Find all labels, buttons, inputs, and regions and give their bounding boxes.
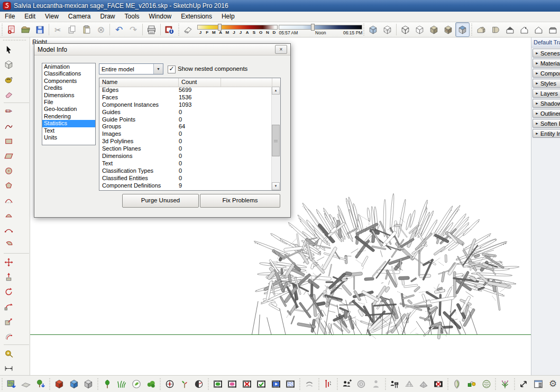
scale-button[interactable]	[2, 314, 16, 329]
scope-dropdown[interactable]: Entire model ▼	[99, 63, 163, 74]
grass-button[interactable]	[115, 376, 130, 391]
tray-panel-scenes[interactable]: ►Scenes	[533, 49, 560, 58]
toolbar-drag-handle[interactable]	[159, 378, 161, 390]
tray-panel-layers[interactable]: ►Layers	[533, 89, 560, 98]
scrollbar-thumb[interactable]	[272, 125, 280, 156]
view-iso-button[interactable]	[474, 22, 488, 37]
dialog-title-bar[interactable]: Model Info ×	[34, 44, 290, 55]
make-component-button[interactable]	[2, 57, 16, 72]
tree-button[interactable]	[100, 376, 115, 391]
tray-panel-soften-edges[interactable]: ►Soften Edges	[533, 119, 560, 128]
table-scrollbar[interactable]: ▲ ▼	[271, 87, 280, 190]
menu-draw[interactable]: Draw	[96, 12, 120, 22]
leaf-shield-button[interactable]	[450, 376, 465, 391]
category-animation[interactable]: Animation	[42, 63, 95, 70]
fix-problems-button[interactable]: Fix Problems	[200, 194, 280, 208]
follow-me-button[interactable]	[2, 299, 16, 314]
toolbar-drag-handle[interactable]	[384, 378, 387, 390]
scroll-up-icon[interactable]: ▲	[272, 87, 280, 95]
category-file[interactable]: File	[42, 99, 95, 106]
sprout-button[interactable]	[177, 376, 192, 391]
close-icon[interactable]: ×	[275, 45, 287, 54]
category-geo-location[interactable]: Geo-location	[42, 106, 95, 113]
statistics-table[interactable]: NameCount Edges5699Faces1536Component In…	[99, 78, 281, 191]
category-units[interactable]: Units	[42, 134, 95, 141]
three-point-arc-button[interactable]	[2, 222, 16, 237]
measure-marks-button[interactable]	[320, 376, 335, 391]
paste-button[interactable]	[79, 22, 94, 37]
toolbar-drag-handle[interactable]	[299, 378, 301, 390]
rectangle-button[interactable]	[2, 134, 16, 148]
import-plant-button[interactable]	[33, 376, 48, 391]
line-button[interactable]: ✏	[2, 104, 16, 119]
category-statistics[interactable]: Statistics	[42, 120, 95, 127]
toggle-shadows-button[interactable]	[181, 22, 195, 37]
proxy-remove-button[interactable]	[240, 376, 254, 391]
shadow-time-slider[interactable]: 05:57 AMNoon06:15 PM	[279, 23, 360, 36]
table-row[interactable]: Classification Types0	[99, 167, 272, 175]
menu-help[interactable]: Help	[217, 12, 240, 22]
model-info-button[interactable]	[162, 22, 177, 37]
view-front-button[interactable]	[503, 22, 517, 37]
shrub-button[interactable]	[144, 376, 159, 391]
tape-measure-button[interactable]	[2, 346, 16, 361]
table-row[interactable]: Component Instances1093	[99, 101, 272, 109]
toolbar-drag-handle[interactable]	[178, 24, 180, 35]
view-left-button[interactable]	[531, 22, 546, 37]
move-button[interactable]	[2, 255, 16, 269]
settings-button[interactable]: ⚙	[546, 376, 560, 391]
shadow-month-slider[interactable]: JFMAMJJASOND	[197, 23, 275, 36]
cut-button[interactable]: ✂	[51, 22, 65, 37]
view-back-button[interactable]	[546, 22, 560, 37]
scroll-down-icon[interactable]: ▼	[272, 182, 280, 190]
model-info-category-list[interactable]: AnimationClassificationsComponentsCredit…	[42, 63, 96, 145]
rotate-button[interactable]	[2, 284, 16, 299]
compass-button[interactable]	[162, 376, 177, 391]
monochrome-button[interactable]	[455, 22, 470, 37]
category-rendering[interactable]: Rendering	[42, 113, 95, 120]
open-button[interactable]	[19, 22, 33, 37]
push-pull-button[interactable]	[2, 269, 16, 284]
person-button[interactable]	[369, 376, 383, 391]
tray-panel-outliner[interactable]: ►Outliner	[533, 109, 560, 118]
back-edges-button[interactable]	[380, 22, 394, 37]
angle-disc-button[interactable]	[191, 376, 206, 391]
polygon-button[interactable]	[2, 178, 16, 193]
menu-camera[interactable]: Camera	[63, 12, 96, 22]
component-red-button[interactable]	[52, 376, 67, 391]
menu-view[interactable]: View	[40, 12, 63, 22]
toolbar-drag-handle[interactable]	[49, 378, 51, 390]
component-blue-button[interactable]	[67, 376, 81, 391]
table-row[interactable]: Groups64	[99, 123, 272, 130]
undo-button[interactable]: ↶	[112, 22, 126, 37]
toolbar-drag-handle[interactable]	[336, 378, 338, 390]
table-row[interactable]: Section Planes0	[99, 145, 272, 153]
column-header-name[interactable]: Name	[99, 78, 179, 87]
new-button[interactable]	[4, 22, 19, 37]
title-bar[interactable]: Salvia Leucantha-mexican sage_FACE ME_v2…	[0, 0, 560, 12]
tray-panel-styles[interactable]: ►Styles	[533, 79, 560, 88]
table-row[interactable]: Dimensions0	[99, 153, 272, 160]
eraser-button[interactable]	[2, 87, 16, 101]
wireframe-button[interactable]	[398, 22, 412, 37]
leaf-disc-button[interactable]	[129, 376, 144, 391]
pie-button[interactable]	[2, 237, 16, 252]
tray-panel-components[interactable]: ►Components	[533, 69, 560, 78]
print-button[interactable]	[144, 22, 159, 37]
show-nested-checkbox[interactable]: ✓	[168, 66, 176, 73]
select-button[interactable]	[2, 42, 16, 57]
mesh-wire-button[interactable]	[402, 376, 417, 391]
disc-button[interactable]	[354, 376, 369, 391]
freehand-button[interactable]	[2, 119, 16, 134]
category-components[interactable]: Components	[42, 78, 95, 85]
dimension-button[interactable]	[2, 361, 16, 376]
category-text[interactable]: Text	[42, 127, 95, 134]
toolbar-drag-handle[interactable]	[207, 378, 209, 390]
offset-button[interactable]	[2, 329, 16, 343]
table-row[interactable]: Text0	[99, 160, 272, 167]
view-right-button[interactable]	[517, 22, 531, 37]
circle-button[interactable]	[2, 163, 16, 178]
remove-drum-button[interactable]	[431, 376, 446, 391]
hidden-line-button[interactable]	[412, 22, 427, 37]
toolbar-drag-handle[interactable]	[471, 24, 473, 35]
